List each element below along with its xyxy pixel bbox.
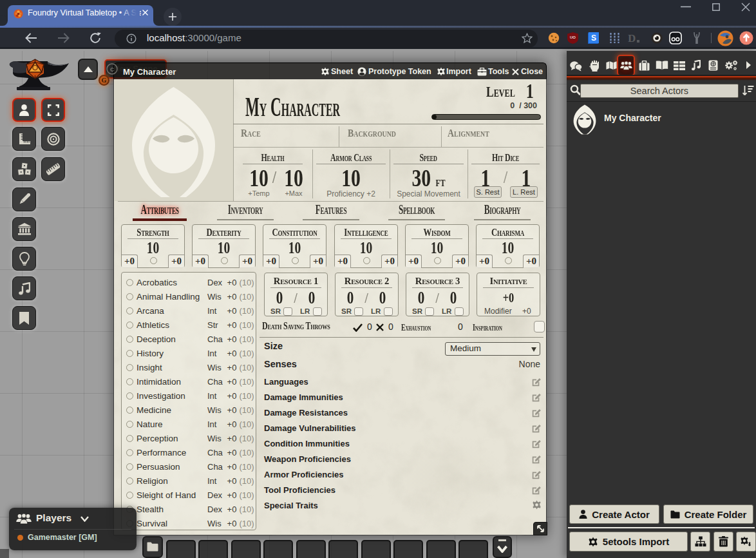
svg-text:S: S xyxy=(591,34,596,43)
svg-text:c: c xyxy=(110,65,114,73)
svg-text:D: D xyxy=(628,32,636,44)
svg-text:UO: UO xyxy=(570,35,576,39)
